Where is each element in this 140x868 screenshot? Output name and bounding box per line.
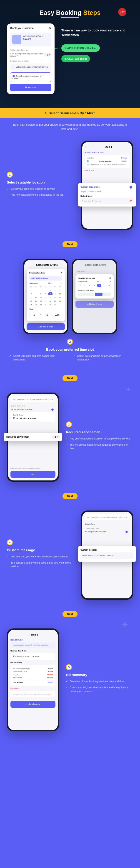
- add-datetime-button-2[interactable]: Add date & time: [75, 301, 114, 308]
- servicemen-stepper[interactable]: - 1 +: [52, 435, 60, 439]
- step5-item-1: ✓Overview of your booking service's date…: [66, 679, 133, 683]
- pill-application: 1. APPLICATION will select: [61, 44, 100, 52]
- step2-phone-right: ‹Select date & time Date & time Provider…: [72, 259, 117, 334]
- select-date-field[interactable]: Select date & time here📅: [80, 198, 134, 204]
- back-icon[interactable]: ‹: [10, 633, 11, 636]
- confirm-booking-button[interactable]: Confirm booking: [10, 701, 56, 708]
- add-datetime-button[interactable]: Add date & time: [27, 323, 65, 330]
- provider-slot-title: Provider's time slot: [78, 277, 95, 279]
- next-pill-1: Next: [63, 241, 77, 247]
- next-pill-4: Next: [63, 611, 77, 617]
- booked-time: 6:00 PM: [33, 656, 39, 657]
- step1-item-2: ✓Add new location if there is not added …: [7, 193, 74, 197]
- date-time-label: Date & time: [84, 169, 94, 172]
- step1-item-1: ✓Select your preferred location of servi…: [7, 187, 74, 191]
- selected-datetime: 8 SEP 2023, 6:10 AM: [29, 276, 62, 281]
- s3-address: 3891 Ranchview Dr. Richardson, Californi…: [13, 399, 53, 400]
- booked-dt-label: Booked data & time: [10, 650, 56, 652]
- custom-message-input[interactable]: I need this service as soon as possible.: [80, 552, 134, 559]
- step-badge-5: 5: [66, 664, 72, 670]
- close-icon[interactable]: ✕: [49, 27, 51, 30]
- bill-row: 2 servicemen (2x10)$20.00: [13, 670, 53, 673]
- select-date-link[interactable]: SELECT DATE & TIME: [84, 151, 104, 153]
- location-address: 3891 Ranchview Dr. Richardson, Californi…: [87, 164, 127, 165]
- calendar-grid[interactable]: MoTuWeThFrSaSu 123 45678910 111213141516…: [29, 285, 62, 306]
- s3-provider-slot[interactable]: As per provider time slot: [10, 408, 56, 412]
- time-slot[interactable]: [86, 292, 94, 296]
- option-user-choose[interactable]: Select servicemen as per my choice: [10, 72, 51, 82]
- step5-phone: ‹Step 2 BILL DETAILS As you selected, le…: [7, 628, 59, 732]
- step3-item-1: ✓Add your required servicemen to complet…: [66, 437, 133, 441]
- bill-summary-label: Bill summary: [10, 661, 56, 663]
- location-name: Kristin Watson: [99, 160, 111, 162]
- auto-note: As you selected, let app will select you…: [13, 644, 53, 646]
- next-button[interactable]: Next: [10, 471, 56, 478]
- service-price: $12.00: [23, 37, 43, 40]
- page-title: Easy Booking Steps: [7, 9, 133, 18]
- custom-datetime[interactable]: Custom date & time: [80, 186, 100, 189]
- time-ampm[interactable]: A.M: [52, 312, 62, 318]
- service-card: Ac cleaning service $12.00: [10, 33, 51, 46]
- bill-row: Per servicemen charges$12.00: [13, 667, 53, 670]
- decoration-star-icon: ✦: [121, 619, 129, 630]
- banner-subtitle: Book your service as per your choice of …: [0, 118, 140, 136]
- book-now-button[interactable]: Book now: [10, 84, 51, 91]
- calendar-grid-2[interactable]: 45678910: [78, 284, 111, 287]
- change-link[interactable]: Change: [121, 157, 127, 159]
- available-slots-label: Available time slots: [78, 289, 111, 291]
- bill-total: Total Amount$12.05: [13, 680, 53, 684]
- back-icon[interactable]: ‹: [84, 145, 85, 149]
- option-app-choose[interactable]: Let app choose servicemen for you: [10, 64, 51, 70]
- custom-message-label: Custom message: [80, 549, 134, 551]
- phone-title: Book your service: [10, 27, 34, 30]
- section-banner: 1. Select Servicemen By "APP": [0, 108, 140, 118]
- bill-row: Tax (2%)+$15.00: [13, 673, 53, 676]
- required-servicemen-label: Required servicemen: [6, 436, 29, 438]
- step-badge-4: 4: [7, 539, 13, 545]
- step3-item-2: ✓You will always get minimum required se…: [66, 443, 133, 451]
- choose-label: Choose one of below: [10, 60, 51, 62]
- provider-slot[interactable]: As per provider time slot: [80, 190, 134, 193]
- step1-phone: ‹Step 1 SELECT DATE & TIME LocationChang…: [81, 141, 133, 230]
- step2-phone-left: ‹Select date & time Select date & time✕ …: [23, 259, 68, 334]
- s4-address: 3891 Ranchview Dr. Richardson, Californi…: [87, 517, 127, 518]
- time-slot-selected[interactable]: [95, 292, 103, 296]
- back-icon[interactable]: ‹: [27, 263, 28, 267]
- location-label: Location: [87, 157, 94, 159]
- phone-step-title: Step 1: [87, 146, 130, 148]
- person-stepper[interactable]: - 1 +: [44, 53, 51, 57]
- time-min[interactable]: 10: [42, 312, 51, 318]
- step2-col2: ✓Select date and time as per servicemen …: [73, 354, 131, 362]
- default-badge: Default: [121, 160, 127, 162]
- step4-item-1: ✓Add anything you want to customize in y…: [7, 555, 74, 559]
- step2-title: Book your preferred time slot: [0, 347, 140, 351]
- step3-title: Required servicemen: [66, 430, 133, 434]
- step4-phone: 3891 Ranchview Dr. Richardson, Californi…: [81, 510, 133, 600]
- decoration-star-icon: ✦: [126, 386, 131, 393]
- step2-col1: ✓Select your date and time as per your a…: [9, 354, 67, 362]
- s4-provider-slot[interactable]: As per provider time slot: [84, 530, 130, 534]
- close-icon[interactable]: ✕: [61, 272, 62, 274]
- calendar-icon: 📅: [130, 200, 132, 202]
- step4-title: Custom message: [7, 548, 74, 552]
- next-pill-3: Next: [63, 493, 77, 499]
- step3-phone: 3891 Ranchview Dr. Richardson, Californi…: [7, 393, 59, 482]
- time-slot[interactable]: [103, 292, 111, 296]
- s4-custom: Custom date & time: [84, 527, 130, 530]
- s3-custom: Custom date & time: [10, 404, 56, 408]
- disclaimer-label: *Disclaimer: [10, 688, 56, 689]
- person-question: How many person required to do this serv…: [10, 53, 44, 57]
- time-slot[interactable]: [78, 292, 86, 296]
- step1-title: Select suitable location: [7, 180, 74, 184]
- step4-item-2: ✓You can also add anything special that …: [7, 561, 74, 568]
- next-pill-2: Next: [63, 375, 77, 381]
- step5-title: Bill summary: [66, 673, 133, 677]
- step-badge-2: 2: [67, 339, 73, 345]
- time-label: Time: [29, 308, 62, 310]
- s4-dt-label: Date & Time: [85, 523, 95, 525]
- dt-label: Date & time: [80, 195, 134, 197]
- time-hour[interactable]: 6: [29, 312, 39, 318]
- service-name: Ac cleaning service: [23, 35, 43, 37]
- close-icon[interactable]: ✕: [109, 277, 111, 279]
- bill-row: Platform fees+$15.00: [13, 676, 53, 679]
